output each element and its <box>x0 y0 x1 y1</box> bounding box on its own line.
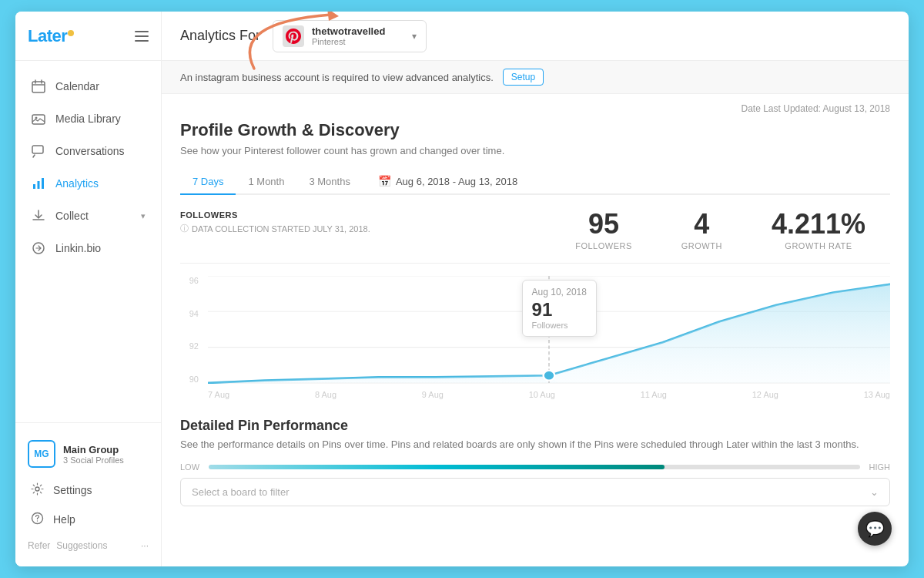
x-label-7aug: 7 Aug <box>208 390 229 399</box>
logo: Later <box>28 26 74 46</box>
perf-label-low: LOW <box>180 462 199 472</box>
perf-desc: See the performance details on Pins over… <box>180 439 890 450</box>
hamburger-button[interactable] <box>135 31 149 42</box>
refer-link[interactable]: Refer <box>28 540 50 551</box>
sidebar-item-label-collect: Collect <box>55 210 89 222</box>
followers-label: FOLLOWERS <box>180 210 551 220</box>
logo-dot <box>68 30 74 36</box>
y-label-92: 92 <box>180 341 203 351</box>
conversations-icon <box>31 143 46 159</box>
sidebar: Later Calendar <box>15 12 162 566</box>
followers-chart: 96 94 92 90 <box>180 276 890 399</box>
x-label-8aug: 8 Aug <box>315 390 336 399</box>
time-filter: 7 Days 1 Month 3 Months 📅 Aug 6, 2018 - … <box>180 169 890 195</box>
performance-bar-track <box>209 465 859 469</box>
media-icon <box>31 111 46 126</box>
more-options-button[interactable]: ··· <box>141 540 149 551</box>
top-bar: Analytics For thetwotravelled Pinterest … <box>162 12 909 61</box>
date-range-text: Aug 6, 2018 - Aug 13, 2018 <box>396 176 517 187</box>
account-selector-chevron-icon: ▾ <box>412 31 417 42</box>
alert-message: An instagram business account is require… <box>180 72 494 83</box>
x-label-11aug: 11 Aug <box>641 390 667 399</box>
filter-1month[interactable]: 1 Month <box>236 170 296 193</box>
sidebar-header: Later <box>15 12 161 61</box>
svg-rect-0 <box>32 82 45 92</box>
sidebar-item-label-linkin: Linkin.bio <box>55 242 101 254</box>
y-label-96: 96 <box>180 276 203 285</box>
footer-item-settings[interactable]: Settings <box>15 476 161 505</box>
board-filter-dropdown[interactable]: Select a board to filter ⌄ <box>180 478 890 506</box>
performance-bar-fill <box>209 465 665 469</box>
app-container: Later Calendar <box>15 12 909 566</box>
sidebar-item-collect[interactable]: Collect ▾ <box>15 200 161 232</box>
account-name: thetwotravelled <box>312 25 404 37</box>
bottom-bar: Refer Suggestions ··· <box>15 534 161 557</box>
sidebar-item-label-media: Media Library <box>55 113 121 125</box>
followers-value: 95 <box>575 210 632 238</box>
account-platform: Pinterest <box>312 37 404 46</box>
x-label-12aug: 12 Aug <box>752 390 778 399</box>
sidebar-item-label-analytics: Analytics <box>55 177 99 190</box>
growth-rate-stat: 4.211% GROWTH RATE <box>747 210 890 250</box>
footer-item-label-help: Help <box>53 513 75 526</box>
filter-7days[interactable]: 7 Days <box>180 170 236 193</box>
account-selector[interactable]: thetwotravelled Pinterest ▾ <box>273 20 427 52</box>
setup-button[interactable]: Setup <box>503 69 544 86</box>
growth-rate-unit: GROWTH RATE <box>772 241 865 250</box>
analytics-for-label: Analytics For <box>180 28 260 44</box>
chat-icon: 💬 <box>865 519 885 538</box>
stats-header: FOLLOWERS ⓘ DATA COLLECTION STARTED JULY… <box>180 210 890 264</box>
date-range-picker[interactable]: 📅 Aug 6, 2018 - Aug 13, 2018 <box>369 169 527 193</box>
sidebar-item-media-library[interactable]: Media Library <box>15 102 161 135</box>
main-content: Analytics For thetwotravelled Pinterest … <box>162 12 909 566</box>
sidebar-footer: MG Main Group 3 Social Profiles Settings <box>15 422 161 566</box>
performance-bar-row: LOW HIGH <box>180 462 890 472</box>
group-info: Main Group 3 Social Profiles <box>63 444 149 465</box>
sidebar-item-linkin-bio[interactable]: Linkin.bio <box>15 232 161 264</box>
sidebar-item-conversations[interactable]: Conversations <box>15 135 161 167</box>
svg-rect-4 <box>33 184 35 189</box>
suggestions-link[interactable]: Suggestions <box>56 540 107 551</box>
growth-value: 4 <box>681 210 722 238</box>
footer-item-help[interactable]: Help <box>15 505 161 534</box>
group-sub: 3 Social Profiles <box>63 455 149 465</box>
x-label-9aug: 9 Aug <box>422 390 444 399</box>
filter-3months[interactable]: 3 Months <box>296 170 362 193</box>
svg-point-17 <box>544 371 555 381</box>
chart-x-labels: 7 Aug 8 Aug 9 Aug 10 Aug 11 Aug 12 Aug 1… <box>208 390 890 399</box>
group-avatar: MG <box>28 440 55 468</box>
svg-point-10 <box>37 520 38 521</box>
perf-title: Detailed Pin Performance <box>180 418 890 434</box>
content-area: Date Last Updated: August 13, 2018 Profi… <box>162 94 909 566</box>
x-label-10aug: 10 Aug <box>529 390 555 399</box>
growth-rate-value: 4.211% <box>772 210 865 238</box>
data-collection-note: ⓘ DATA COLLECTION STARTED JULY 31, 2018. <box>180 223 551 234</box>
followers-stat: 95 FOLLOWERS <box>551 210 657 250</box>
x-label-13aug: 13 Aug <box>864 390 890 399</box>
sidebar-item-label-calendar: Calendar <box>55 80 99 92</box>
calendar-icon <box>31 79 46 94</box>
svg-rect-6 <box>42 178 44 189</box>
group-badge[interactable]: MG Main Group 3 Social Profiles <box>15 432 161 476</box>
stats-label-col: FOLLOWERS ⓘ DATA COLLECTION STARTED JULY… <box>180 210 551 234</box>
sidebar-item-analytics[interactable]: Analytics <box>15 167 161 200</box>
perf-label-high: HIGH <box>869 462 891 472</box>
linkin-icon <box>31 240 46 256</box>
svg-rect-5 <box>38 181 40 189</box>
date-updated: Date Last Updated: August 13, 2018 <box>180 94 890 120</box>
growth-unit: GROWTH <box>681 241 722 250</box>
board-filter-placeholder: Select a board to filter <box>192 486 289 498</box>
profile-growth-title: Profile Growth & Discovery <box>180 120 890 140</box>
svg-rect-1 <box>32 115 45 124</box>
sidebar-item-calendar[interactable]: Calendar <box>15 70 161 102</box>
svg-rect-3 <box>32 146 43 153</box>
chart-tooltip: Aug 10, 2018 91 Followers <box>522 280 597 337</box>
alert-bar: An instagram business account is require… <box>162 61 909 94</box>
pinterest-logo-icon <box>283 25 304 47</box>
y-label-94: 94 <box>180 309 203 318</box>
profile-growth-section: Profile Growth & Discovery See how your … <box>180 120 890 399</box>
svg-point-2 <box>35 117 38 119</box>
tooltip-label: Followers <box>532 321 587 330</box>
chart-y-labels: 96 94 92 90 <box>180 276 203 384</box>
info-icon: ⓘ <box>180 223 189 234</box>
